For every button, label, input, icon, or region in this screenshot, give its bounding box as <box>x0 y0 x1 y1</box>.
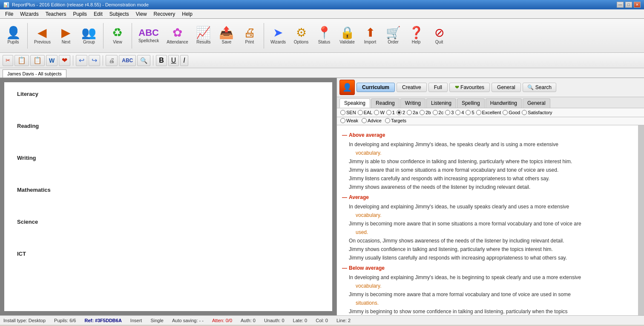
student-tab-item[interactable]: James Davis - All subjects <box>3 69 66 78</box>
phrase-1f[interactable]: Jimmy shows awareness of the needs of th… <box>349 183 633 191</box>
radio-sen[interactable]: SEN <box>340 110 356 115</box>
phrase-2g[interactable]: Jimmy usually listens carefully and resp… <box>349 254 633 262</box>
radio-2b[interactable]: 2b <box>420 110 431 115</box>
menu-file[interactable]: File <box>2 10 17 18</box>
radio-targets[interactable]: Targets <box>385 118 406 123</box>
menu-teachers[interactable]: Teachers <box>42 10 70 18</box>
menu-wizards[interactable]: Wizards <box>17 10 42 18</box>
radio-weak[interactable]: Weak <box>340 118 358 123</box>
zoom-button[interactable]: 🔍 <box>137 55 150 66</box>
results-button[interactable]: 📈 Results <box>193 25 214 46</box>
import-button[interactable]: ⬆ Import <box>359 25 381 46</box>
phrase-2e[interactable]: On occasions, Jimmy shows awareness of t… <box>349 237 633 245</box>
validate-button[interactable]: 🔒 Validate <box>336 25 358 46</box>
radio-targets-label: Targets <box>391 118 406 123</box>
phrase-3a[interactable]: In developing and explaining Jimmy's ide… <box>349 274 633 281</box>
quit-button[interactable]: ⊘ Quit <box>428 25 450 46</box>
cut-button[interactable]: ✂ <box>3 55 13 66</box>
help-button[interactable]: ❓ Help <box>405 25 427 46</box>
phrase-3b[interactable]: vocabulary. <box>356 282 633 290</box>
radio-1[interactable]: 1 <box>386 110 395 115</box>
wizards-button[interactable]: ➤ Wizards <box>267 25 289 46</box>
order-button[interactable]: 🛒 Order <box>382 25 404 46</box>
tab-general[interactable]: General <box>492 83 521 92</box>
tab-handwriting[interactable]: Handwriting <box>486 98 522 108</box>
tab-curriculum[interactable]: Curriculum <box>356 83 395 92</box>
pupils-button[interactable]: 👤 Pupils <box>3 25 24 46</box>
group-label: Group <box>83 40 95 44</box>
close-button[interactable]: ✕ <box>634 2 641 8</box>
phrase-2f[interactable]: Jimmy shows confidence in talking and li… <box>349 245 633 253</box>
radio-2[interactable]: 2 <box>397 110 405 115</box>
minimize-button[interactable]: — <box>617 2 624 8</box>
undo-button[interactable]: ↩ <box>76 55 87 66</box>
help-icon: ❓ <box>409 27 424 39</box>
group-button[interactable]: 👥 Group <box>78 25 100 46</box>
tab-listening[interactable]: Listening <box>426 98 456 108</box>
spell2-button[interactable]: ABC <box>119 55 136 66</box>
radio-2a[interactable]: 2a <box>407 110 418 115</box>
menu-edit[interactable]: Edit <box>90 10 106 18</box>
tab-creative[interactable]: Creative <box>397 83 427 92</box>
phrases-content[interactable]: — Above average In developing and explai… <box>337 125 638 315</box>
tab-full[interactable]: Full <box>428 83 448 92</box>
view-button[interactable]: ♻ View <box>107 25 128 46</box>
radio-good[interactable]: Good <box>503 110 520 115</box>
phrase-2c[interactable]: Jimmy is becoming more aware that in som… <box>349 220 633 228</box>
options-button[interactable]: ⚙ Options <box>290 25 312 46</box>
tab-reading[interactable]: Reading <box>371 98 400 108</box>
next-button[interactable]: ▶ Next <box>55 25 77 46</box>
status-button[interactable]: 📍 Status <box>313 25 335 46</box>
tab-writing[interactable]: Writing <box>400 98 426 108</box>
menu-recovery[interactable]: Recovery <box>150 10 179 18</box>
print2-button[interactable]: 🖨 <box>106 55 118 66</box>
phrase-3e[interactable]: Jimmy is beginning to show some confiden… <box>349 308 633 315</box>
menu-help[interactable]: Help <box>178 10 196 18</box>
word-button[interactable]: W <box>46 55 58 66</box>
phrase-2d[interactable]: used. <box>356 228 633 236</box>
paste-button[interactable]: 📋 <box>30 55 45 66</box>
attendance-button[interactable]: ✿ Attendance <box>164 25 191 46</box>
menu-subjects[interactable]: Subjects <box>106 10 132 18</box>
copy-button[interactable]: 📋 <box>14 55 29 66</box>
heart-button[interactable]: ❤ <box>59 55 70 66</box>
phrase-1a[interactable]: In developing and explaining Jimmy's ide… <box>349 141 633 148</box>
maximize-button[interactable]: □ <box>625 2 632 8</box>
radio-4[interactable]: 4 <box>455 110 464 115</box>
phrase-1b[interactable]: vocabulary. <box>356 149 633 157</box>
radio-5[interactable]: 5 <box>466 110 474 115</box>
phrase-2a[interactable]: In developing and explaining Jimmy's ide… <box>349 203 633 211</box>
tab-spelling[interactable]: Spelling <box>457 98 485 108</box>
radio-2c[interactable]: 2c <box>433 110 444 115</box>
radio-3[interactable]: 3 <box>445 110 454 115</box>
phrase-3c[interactable]: Jimmy is becoming more aware that a more… <box>349 291 633 298</box>
redo-button[interactable]: ↪ <box>89 55 100 66</box>
tab-favourites[interactable]: ❤ Favourites <box>449 83 490 92</box>
search-button[interactable]: 🔍 Search <box>523 83 556 92</box>
radio-satisfactory[interactable]: Satisfactory <box>522 110 552 115</box>
radio-excellent[interactable]: Excellent <box>476 110 501 115</box>
tab-general[interactable]: General <box>523 98 550 108</box>
phrase-2b[interactable]: vocabulary. <box>356 211 633 219</box>
attendance-icon: ✿ <box>172 27 182 39</box>
spellcheck-button[interactable]: ABC Spellcheck <box>135 26 162 45</box>
underline-button[interactable]: U <box>168 55 179 66</box>
tab-speaking[interactable]: Speaking <box>339 98 370 108</box>
document-panel: Literacy Reading Writing Mathematics Sci… <box>0 78 336 315</box>
phrase-3d[interactable]: situations. <box>356 299 633 307</box>
menu-pupils[interactable]: Pupils <box>69 10 90 18</box>
student-icon-button[interactable]: 👤 <box>339 80 355 95</box>
content-scrollbar[interactable] <box>638 125 644 315</box>
radio-w[interactable]: W <box>374 110 384 115</box>
radio-advice[interactable]: Advice <box>362 118 382 123</box>
previous-button[interactable]: ◀ Previous <box>31 25 54 46</box>
phrase-1e[interactable]: Jimmy listens carefully and responds wit… <box>349 175 633 182</box>
bold-button[interactable]: B <box>156 55 167 66</box>
phrase-1d[interactable]: Jimmy is aware that in some situations a… <box>349 166 633 174</box>
italic-button[interactable]: I <box>180 55 188 66</box>
print-button[interactable]: 🖨 Print <box>239 25 260 46</box>
radio-eal[interactable]: EAL <box>358 110 373 115</box>
phrase-1c[interactable]: Jimmy is able to show confidence in talk… <box>349 158 633 165</box>
menu-view[interactable]: View <box>132 10 150 18</box>
save-button[interactable]: 📤 Save <box>216 25 237 46</box>
